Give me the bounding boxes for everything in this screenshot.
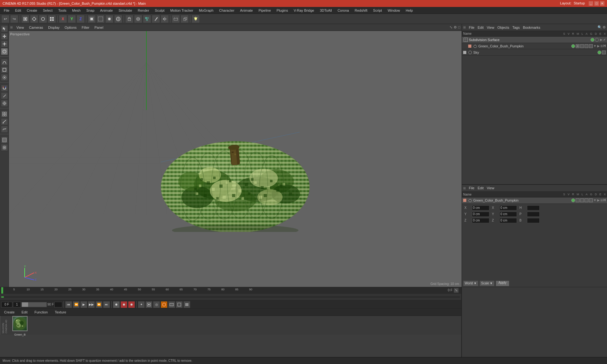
attr-item-pumpkin[interactable]: Green_Color_Bush_Pumpkin ▼ ▶ ⊞ H — [462, 197, 607, 204]
tool-knife[interactable] — [1, 92, 8, 99]
attr-dot2[interactable] — [576, 198, 579, 202]
timeline-track[interactable] — [1, 296, 460, 298]
menu-motiontracker[interactable]: Motion Tracker — [168, 8, 196, 13]
menu-character[interactable]: Character — [217, 8, 237, 13]
om-dot-tag3[interactable] — [585, 44, 588, 48]
mat-tab-function[interactable]: Function — [32, 309, 51, 315]
mat-tab-texture[interactable]: Texture — [52, 309, 69, 315]
attr-menu-edit[interactable]: Edit — [476, 186, 485, 190]
key-btn3[interactable]: ◎ — [153, 301, 160, 308]
next-frame-btn[interactable]: ⏩ — [95, 301, 102, 308]
om-dot-tag1[interactable] — [576, 44, 579, 48]
menu-pipeline[interactable]: Pipeline — [256, 8, 273, 13]
menu-corona[interactable]: Corona — [335, 8, 352, 13]
menu-3dtoall[interactable]: 3DToAll — [317, 8, 334, 13]
tool-spline[interactable] — [1, 59, 8, 66]
autokey-btn[interactable]: ⏺ — [128, 301, 135, 308]
viewport-settings-icon[interactable]: ⚙ — [454, 25, 457, 29]
world-dropdown[interactable]: World ▼ — [463, 281, 478, 286]
goto-end-btn[interactable]: ⏭ — [103, 301, 110, 308]
attr-menu-file[interactable]: File — [468, 186, 476, 190]
play-btn[interactable]: ▶ — [80, 301, 87, 308]
tool-brush[interactable] — [1, 118, 8, 125]
menu-plugins[interactable]: Plugins — [274, 8, 291, 13]
viewport-expand-icon[interactable]: ⤡ — [450, 25, 452, 29]
om-menu-edit[interactable]: Edit — [476, 26, 485, 29]
om-item-subdivision[interactable]: Subdivision Surface ▶ ✓ — [462, 37, 607, 43]
material-item[interactable]: Green_B — [10, 314, 29, 337]
record-red-btn[interactable]: ⏺ — [120, 301, 127, 308]
om-dot-empty1[interactable] — [595, 38, 599, 42]
menu-snap[interactable]: Snap — [84, 8, 97, 13]
attr-x-pos2[interactable] — [500, 205, 517, 210]
attr-z-pos2[interactable] — [500, 218, 517, 223]
object-button[interactable] — [88, 15, 96, 23]
plane-button[interactable] — [172, 15, 180, 23]
frame-step-input[interactable] — [13, 302, 21, 307]
material-thumbnail[interactable] — [12, 316, 28, 331]
om-menu-objects[interactable]: Objects — [496, 26, 510, 29]
menu-tools[interactable]: Tools — [56, 8, 69, 13]
attr-h-val[interactable] — [527, 205, 540, 210]
record-btn[interactable]: ⏺ — [113, 301, 120, 308]
prev-frame-btn[interactable]: ⏪ — [73, 301, 80, 308]
attr-dot3[interactable] — [580, 198, 584, 202]
om-menu-file[interactable]: File — [468, 26, 476, 29]
menu-animate[interactable]: Animate — [98, 8, 115, 13]
attr-dot1[interactable] — [571, 198, 575, 202]
play-fwd-btn[interactable]: ▶▶ — [88, 301, 95, 308]
texture-button[interactable] — [134, 15, 142, 23]
menu-file[interactable]: File — [1, 8, 12, 13]
om-item-pumpkin[interactable]: Green_Color_Bush_Pumpkin ▼ ▶ ⊞ H — [462, 43, 607, 49]
menu-create[interactable]: Create — [24, 8, 40, 13]
render-settings-button[interactable] — [114, 15, 122, 23]
scale-dropdown[interactable]: Scale ▼ — [480, 281, 494, 286]
apply-button[interactable]: Apply — [496, 281, 509, 286]
om-dot-green1[interactable] — [591, 38, 594, 42]
render-button[interactable] — [105, 15, 113, 23]
menu-help[interactable]: Help — [403, 8, 415, 13]
timeline-slider[interactable] — [21, 302, 47, 307]
menu-redshift[interactable]: Redshift — [352, 8, 370, 13]
viewport[interactable]: Perspective — [9, 31, 462, 287]
attr-b-val[interactable] — [527, 218, 540, 223]
current-frame-input[interactable] — [1, 302, 12, 307]
tool-rotate[interactable] — [1, 48, 8, 55]
select-all-button[interactable] — [143, 15, 151, 23]
attr-menu-view[interactable]: View — [486, 186, 496, 190]
timeline-expand-btn[interactable]: ⤡ — [454, 288, 459, 293]
mirror-button[interactable] — [161, 15, 169, 23]
maximize-button[interactable]: □ — [594, 1, 599, 6]
menu-edit[interactable]: Edit — [13, 8, 24, 13]
fps-input[interactable] — [54, 302, 62, 307]
menu-select[interactable]: Select — [40, 8, 55, 13]
viewport-menu-view[interactable]: View — [15, 26, 25, 29]
menu-simulate[interactable]: Simulate — [116, 8, 135, 13]
om-menu-bookmarks[interactable]: Bookmarks — [522, 26, 542, 29]
menu-animate2[interactable]: Animate — [237, 8, 255, 13]
cube2-button[interactable] — [181, 15, 189, 23]
attr-x-pos[interactable] — [472, 205, 489, 210]
viewport-menu-panel[interactable]: Panel — [93, 26, 105, 29]
key-btn6[interactable] — [176, 301, 183, 308]
tool-paint[interactable] — [1, 74, 8, 81]
polygon-mode-button[interactable] — [30, 15, 38, 23]
viewport-menu-filter[interactable]: Filter — [80, 26, 90, 29]
render-region-button[interactable] — [96, 15, 105, 23]
cube-button[interactable] — [125, 15, 133, 23]
knife-tool-button[interactable] — [152, 15, 160, 23]
menu-sculpt[interactable]: Sculpt — [152, 8, 167, 13]
redo-button[interactable]: ↪ — [10, 15, 18, 23]
menu-mesh[interactable]: Mesh — [70, 8, 83, 13]
key-btn4[interactable] — [161, 301, 168, 308]
tool-snap[interactable] — [1, 100, 8, 107]
attr-dot5[interactable] — [589, 198, 593, 202]
key-btn2[interactable] — [145, 301, 152, 308]
y-axis-button[interactable]: Y — [68, 15, 76, 23]
model-mode-button[interactable] — [21, 15, 29, 23]
viewport-menu-options[interactable]: Options — [63, 26, 78, 29]
undo-button[interactable]: ↩ — [1, 15, 9, 23]
om-dot-sky-tag[interactable] — [602, 51, 606, 54]
attr-y-pos2[interactable] — [500, 212, 517, 217]
om-item-sky[interactable]: Sky — [462, 49, 607, 56]
